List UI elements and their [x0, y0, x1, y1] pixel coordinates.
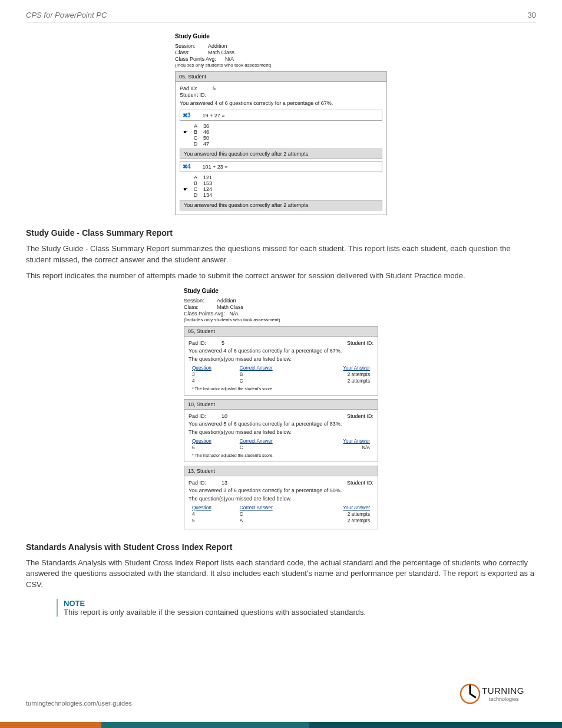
section-b-para1: The Standards Analysis with Student Cros… [26, 558, 536, 591]
student-panel: Pad ID:10Student ID:You answered 5 of 6 … [184, 410, 378, 462]
option-value: 124 [203, 186, 212, 192]
padid-value: 13 [222, 480, 227, 486]
col-your-answer: Your Answer [311, 505, 372, 510]
logo-sub-text: technologies [489, 696, 519, 702]
option-letter: D [189, 141, 202, 147]
missed-line: The question(s)you missed are listed bel… [189, 496, 373, 502]
class-label: Class: [175, 50, 208, 55]
missed-table: QuestionCorrect AnswerYour Answer3B2 att… [189, 364, 373, 385]
student-bar: 13, Student [184, 466, 378, 476]
answered-line: You answered 4 of 6 questions correctly … [180, 100, 382, 106]
padid-value: 5 [213, 85, 216, 91]
option-letter: D [189, 192, 202, 198]
shot1-title: Study Guide [175, 33, 387, 39]
option-letter: C [189, 135, 202, 141]
cell-your-answer: 2 attempts [311, 378, 372, 384]
padid-label: Pad ID: [189, 480, 222, 486]
q3-marker-icon: ✖3 [183, 112, 191, 118]
studentid-label: Student ID: [347, 413, 373, 419]
col-correct-answer: Correct Answer [237, 439, 310, 444]
shot2-title: Study Guide [184, 288, 378, 294]
cell-question: 3 [190, 372, 236, 377]
page-footer: turningtechnologies.com/user-guides TURN… [26, 680, 536, 707]
padid-value: 5 [222, 340, 224, 346]
class-value: Math Class [208, 50, 234, 55]
table-row: 4C2 attempts [190, 378, 372, 384]
question-3-box: ✖3 19 + 27 = [180, 110, 382, 121]
option-letter: C [189, 186, 202, 192]
table-row: 4C2 attempts [190, 512, 372, 517]
option-letter: A [189, 174, 202, 180]
cell-question: 5 [190, 518, 236, 523]
col-your-answer: Your Answer [311, 365, 372, 371]
question-4-box: ✖4 101 + 23 = [180, 161, 382, 172]
header-title: CPS for PowerPoint PC [26, 11, 107, 19]
student-panel: Pad ID:13Student ID:You answered 3 of 6 … [184, 476, 378, 529]
avg-label: Class Points Avg: [175, 56, 216, 62]
col-correct-answer: Correct Answer [237, 505, 310, 510]
student-panel: Pad ID:5Student ID:You answered 4 of 6 q… [184, 337, 378, 396]
student-bar: 10, Student [184, 399, 378, 410]
studentid-label: Student ID: [347, 340, 373, 346]
option-value: 46 [203, 129, 209, 135]
section-b-heading: Standards Analysis with Student Cross In… [26, 542, 536, 552]
cell-your-answer: 2 attempts [311, 512, 372, 517]
answered-line: You answered 5 of 6 questions correctly … [189, 421, 373, 427]
option-row: C50 [180, 135, 382, 141]
avg-value-2: N/A [229, 311, 238, 317]
section-a-para1: The Study Guide - Class Summary Report s… [26, 243, 536, 266]
note-body: This report is only available if the ses… [64, 608, 536, 617]
option-value: 134 [203, 192, 212, 198]
missed-line: The question(s)you missed are listed bel… [189, 429, 373, 435]
option-row: B153 [180, 180, 382, 186]
option-value: 121 [203, 174, 212, 180]
session-value-2: Addition [217, 298, 236, 304]
option-row: ☛C124 [180, 186, 382, 192]
col-correct-answer: Correct Answer [237, 365, 310, 371]
studentid-label: Student ID: [347, 480, 373, 486]
avg-label-2: Class Points Avg: [184, 311, 225, 317]
option-letter: A [189, 123, 202, 129]
cell-correct-answer: C [237, 445, 310, 450]
section-a-heading: Study Guide - Class Summary Report [26, 228, 536, 238]
cell-correct-answer: C [237, 378, 310, 384]
col-your-answer: Your Answer [311, 439, 372, 444]
section-a-para2: This report indicates the number of atte… [26, 271, 536, 282]
option-value: 36 [203, 123, 209, 129]
turning-logo: TURNING technologies [459, 680, 536, 707]
q3-text: 19 + 27 = [203, 113, 225, 118]
col-question: Question [190, 505, 236, 510]
option-row: D47 [180, 141, 382, 147]
cell-question: 4 [190, 512, 236, 517]
cell-correct-answer: C [237, 512, 310, 517]
logo-top-text: TURNING [482, 686, 524, 696]
padid-label: Pad ID: [189, 413, 222, 419]
correct-pointer-icon: ☛ [183, 186, 188, 192]
q4-marker-icon: ✖4 [183, 163, 191, 170]
avg-note: (Includes only students who took assessm… [175, 62, 387, 68]
answered-line: You answered 4 of 6 questions correctly … [189, 348, 373, 354]
student-bar: 05, Student [184, 326, 378, 337]
avg-note-2: (Includes only students who took assessm… [184, 317, 378, 322]
option-row: ☛B46 [180, 129, 382, 135]
session-label: Session: [175, 43, 208, 49]
student-panel-05: Pad ID:5 Student ID: You answered 4 of 6… [175, 82, 387, 215]
page-header: CPS for PowerPoint PC 30 [26, 11, 536, 22]
page-number: 30 [528, 11, 536, 19]
padid-label: Pad ID: [180, 85, 213, 91]
cell-your-answer: N/A [311, 445, 372, 450]
col-question: Question [190, 439, 236, 444]
footnote: * The instructor adjusted the student's … [192, 387, 373, 391]
option-letter: B [189, 129, 202, 135]
avg-value: N/A [225, 56, 234, 62]
bottom-stripe [0, 722, 562, 728]
cell-correct-answer: A [237, 518, 310, 523]
option-value: 153 [203, 180, 212, 186]
answered-line: You answered 3 of 6 questions correctly … [189, 487, 373, 493]
cell-correct-answer: B [237, 372, 310, 377]
option-letter: B [189, 180, 202, 186]
studentid-label: Student ID: [180, 92, 382, 98]
table-row: 6CN/A [190, 445, 372, 450]
correct-pointer-icon: ☛ [183, 129, 188, 135]
q4-result: You answered this question correctly aft… [180, 200, 382, 210]
